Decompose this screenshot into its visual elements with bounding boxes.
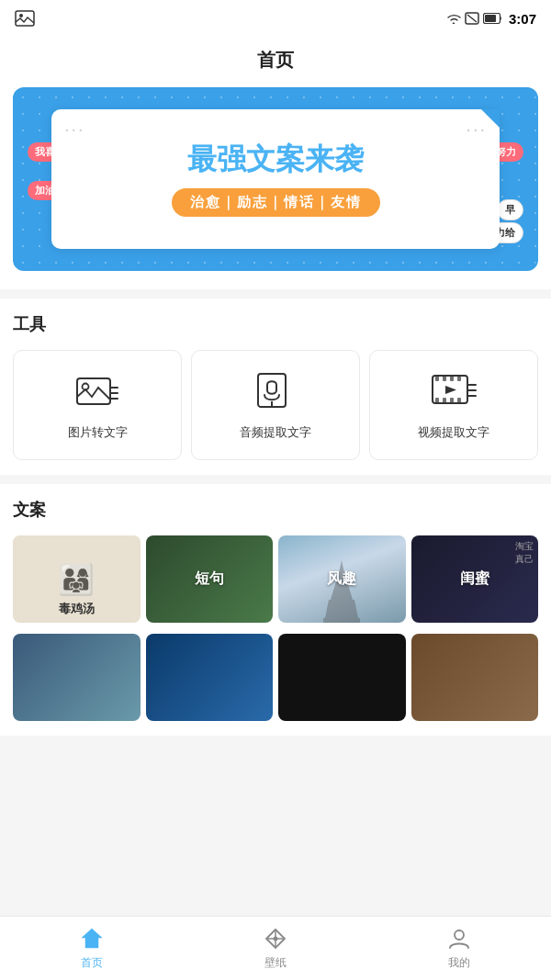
corner-fold xyxy=(481,109,500,128)
wallpaper-icon xyxy=(263,926,288,952)
svg-rect-19 xyxy=(435,398,439,403)
tool-audio-label: 音频提取文字 xyxy=(240,424,311,441)
video-to-text-icon xyxy=(431,369,477,415)
banner-title: 最强文案来袭 xyxy=(187,141,364,176)
profile-icon xyxy=(446,926,472,952)
tag-morning: 早 xyxy=(497,199,523,220)
tool-video-label: 视频提取文字 xyxy=(418,424,489,441)
svg-rect-15 xyxy=(435,376,439,381)
content-item-short[interactable]: 短句 xyxy=(146,535,274,623)
tools-title: 工具 xyxy=(13,313,538,335)
gallery-icon xyxy=(15,10,35,27)
wifi-icon xyxy=(446,12,461,25)
content-section: 文案 👨‍👩‍👧 毒鸡汤 短句 xyxy=(0,484,551,736)
clock: 3:07 xyxy=(509,11,536,27)
svg-rect-21 xyxy=(450,398,454,403)
svg-rect-16 xyxy=(443,376,446,381)
nav-home-label: 首页 xyxy=(81,955,103,971)
svg-rect-0 xyxy=(16,11,34,26)
svg-rect-22 xyxy=(457,398,461,403)
status-bar-right: 3:07 xyxy=(446,11,536,27)
status-bar: 3:07 xyxy=(0,0,551,37)
content-item-funny[interactable]: 风趣 xyxy=(278,535,406,623)
bottom-nav: 首页 壁纸 我的 xyxy=(0,916,551,980)
svg-line-3 xyxy=(467,15,477,22)
img-to-text-icon xyxy=(74,369,120,415)
content-label-bestie: 闺蜜 xyxy=(411,535,539,623)
nav-wallpaper[interactable]: 壁纸 xyxy=(184,926,367,971)
content-item-poison-soup[interactable]: 👨‍👩‍👧 毒鸡汤 xyxy=(13,535,141,623)
home-icon xyxy=(79,926,105,952)
status-bar-left xyxy=(15,10,35,27)
content-label-poison: 毒鸡汤 xyxy=(59,602,95,615)
page-title: 首页 xyxy=(257,50,294,70)
banner-subtitle: 治愈｜励志｜情话｜友情 xyxy=(172,188,380,217)
status-icons xyxy=(446,12,503,25)
svg-rect-5 xyxy=(485,15,496,22)
content-label-short: 短句 xyxy=(146,535,274,623)
tools-grid: 图片转文字 音频提取文字 xyxy=(13,350,538,460)
svg-point-1 xyxy=(19,14,23,17)
nav-profile-label: 我的 xyxy=(448,955,470,971)
content-grid: 👨‍👩‍👧 毒鸡汤 短句 xyxy=(13,535,538,721)
nav-profile[interactable]: 我的 xyxy=(367,926,551,971)
battery-icon xyxy=(483,13,503,24)
content-label-funny: 风趣 xyxy=(278,535,406,623)
svg-point-29 xyxy=(274,937,278,941)
tool-audio-to-text[interactable]: 音频提取文字 xyxy=(191,350,360,460)
page-header: 首页 xyxy=(0,37,551,87)
tool-img-to-text[interactable]: 图片转文字 xyxy=(13,350,182,460)
content-item-6[interactable] xyxy=(146,634,274,721)
svg-rect-20 xyxy=(443,398,446,403)
svg-point-30 xyxy=(455,930,464,940)
banner-section: 我喜欢 加油! 努力 早 奥力给 最强文案来袭 治愈｜励志｜情话｜友情 xyxy=(0,87,551,289)
content-item-5[interactable] xyxy=(13,634,141,721)
content-title: 文案 xyxy=(13,499,538,521)
tool-video-to-text[interactable]: 视频提取文字 xyxy=(369,350,538,460)
content-item-8[interactable] xyxy=(411,634,539,721)
content-item-bestie[interactable]: 淘宝真己 闺蜜 xyxy=(411,535,539,623)
banner[interactable]: 我喜欢 加油! 努力 早 奥力给 最强文案来袭 治愈｜励志｜情话｜友情 xyxy=(13,87,538,271)
audio-to-text-icon xyxy=(253,369,298,415)
signal-icon xyxy=(465,12,479,25)
content-item-7[interactable] xyxy=(278,634,406,721)
svg-rect-17 xyxy=(450,376,454,381)
svg-rect-18 xyxy=(457,376,461,381)
nav-home[interactable]: 首页 xyxy=(0,926,184,971)
banner-card: 最强文案来袭 治愈｜励志｜情话｜友情 xyxy=(51,109,500,249)
tool-img-label: 图片转文字 xyxy=(68,424,128,441)
tools-section: 工具 图片转文字 xyxy=(0,299,551,475)
nav-wallpaper-label: 壁纸 xyxy=(264,955,287,971)
